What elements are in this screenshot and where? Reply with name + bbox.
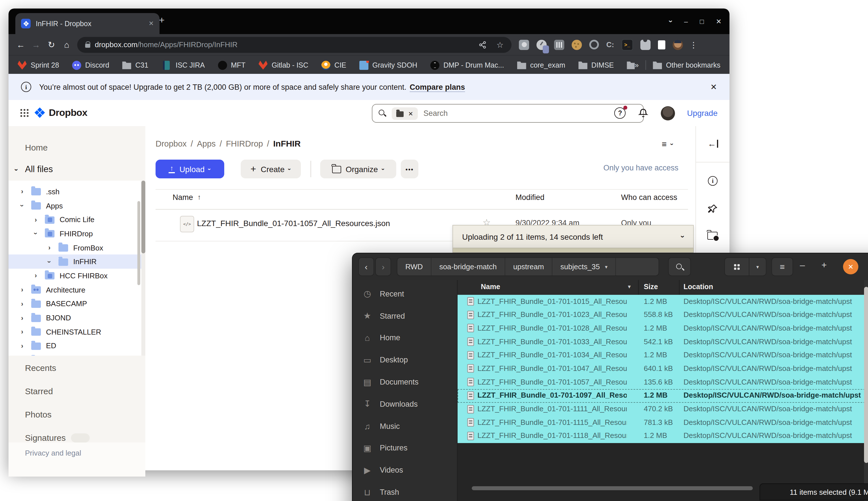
tree-scrollbar-thumb[interactable] — [137, 201, 140, 285]
bookmark-item[interactable]: Discord — [72, 61, 109, 70]
chevron-icon[interactable]: › — [31, 273, 40, 279]
close-button[interactable]: ✕ — [843, 259, 858, 274]
minimize-button[interactable]: – — [800, 260, 805, 270]
sidebar-place-item[interactable]: ▶ Videos — [352, 459, 457, 481]
close-button[interactable]: ✕ — [716, 17, 721, 25]
scrollbar-thumb[interactable] — [141, 181, 145, 253]
column-location[interactable]: Location — [684, 283, 713, 291]
file-row[interactable]: LZZT_FHIR_Bundle_01-701-1033_All_Resour.… — [458, 335, 868, 349]
view-mode-button[interactable]: ▾ — [724, 257, 767, 276]
path-segment-current[interactable]: subjects_35 ▾ — [552, 258, 616, 276]
sidebar-place-item[interactable]: ▣ Pictures — [352, 437, 457, 459]
bookmark-item[interactable]: C31 — [122, 61, 149, 70]
sidebar-place-item[interactable]: ↧ Downloads — [352, 393, 457, 415]
chevron-icon[interactable]: › — [31, 216, 40, 223]
menu-button[interactable]: ≡ — [771, 257, 793, 276]
sidebar-item-home[interactable]: Home — [25, 142, 48, 152]
column-size[interactable]: Size — [644, 283, 658, 291]
compare-plans-link[interactable]: Compare plans — [410, 83, 465, 91]
folder-activity-icon[interactable] — [707, 232, 718, 240]
breadcrumb-apps[interactable]: Apps — [197, 139, 216, 148]
sidebar-place-item[interactable]: ♫ Music — [352, 415, 457, 437]
bookmark-star-icon[interactable]: ☆ — [497, 40, 503, 49]
file-name[interactable]: LZZT_FHIR_Bundle_01-701-1057_All_Resourc… — [197, 219, 390, 228]
back-button[interactable]: ← — [13, 40, 29, 50]
file-row[interactable]: LZZT_FHIR_Bundle_01-701-1097_All_Resour.… — [458, 389, 868, 403]
bookmark-item[interactable]: CIE — [321, 61, 346, 70]
browser-menu-icon[interactable]: ⋮ — [690, 40, 697, 49]
share-icon[interactable] — [479, 41, 487, 49]
terminal-extension-icon[interactable]: >_ — [621, 39, 633, 50]
address-bar[interactable]: dropbox.com /home/Apps/FHIRDrop/InFHIR ☆ — [77, 36, 511, 53]
privacy-legal-link[interactable]: Privacy and legal — [25, 449, 81, 457]
bookmark-item[interactable]: DMP - Drum Mac... — [430, 61, 504, 70]
file-row[interactable]: LZZT_FHIR_Bundle_01-701-1028_All_Resour.… — [458, 322, 868, 335]
bookmarks-overflow-icon[interactable]: » — [635, 61, 639, 69]
sidebar-place-item[interactable]: ⌂ Home — [352, 327, 457, 349]
bookmark-item[interactable]: Sprint 28 — [18, 61, 59, 70]
collapse-panel-icon[interactable]: ← — [696, 137, 729, 150]
sort-ascending-icon[interactable]: ↑ — [197, 193, 201, 201]
file-row[interactable]: LZZT_FHIR_Bundle_01-701-1115_All_Resour.… — [458, 416, 868, 429]
minimize-button[interactable]: – — [684, 17, 688, 25]
forward-button[interactable]: › — [375, 257, 391, 276]
forward-button[interactable]: → — [29, 40, 44, 50]
chevron-icon[interactable]: › — [19, 201, 25, 210]
file-row[interactable]: LZZT_FHIR_Bundle_01-701-1118_All_Resour.… — [458, 429, 868, 443]
tree-folder-item[interactable]: › FromBox — [9, 241, 145, 255]
file-row[interactable]: LZZT_FHIR_Bundle_01-701-1034_All_Resour.… — [458, 349, 868, 362]
profile-avatar[interactable] — [672, 40, 683, 50]
other-bookmarks-button[interactable]: Other bookmarks — [653, 61, 720, 70]
tree-folder-item[interactable]: › InFHIR — [9, 255, 145, 269]
tree-folder-item[interactable]: › .ssh — [9, 185, 145, 199]
search-filter-chip[interactable]: ✕ — [392, 107, 418, 119]
bookmark-item[interactable]: core_exam — [517, 61, 565, 70]
upload-button[interactable]: ↑ Upload › — [155, 160, 224, 178]
create-button[interactable]: + Create › — [241, 160, 301, 178]
sidebar-place-item[interactable]: ★ Starred — [352, 305, 457, 327]
equalizer-extension-icon[interactable] — [554, 40, 564, 50]
c-extension-icon[interactable]: C: — [606, 40, 614, 50]
sidebar-item-recents[interactable]: Recents — [25, 363, 56, 373]
speedtest-extension-icon[interactable] — [536, 40, 547, 50]
tree-folder-item[interactable]: › — [9, 353, 145, 356]
tree-folder-item[interactable]: › BASECAMP — [9, 297, 145, 311]
bookmark-item[interactable]: DIMSE — [578, 61, 614, 70]
bookmark-item[interactable]: Gravity SDOH — [359, 61, 417, 70]
chevron-icon[interactable]: › — [18, 328, 27, 335]
maximize-button[interactable]: + — [822, 260, 827, 270]
upgrade-link[interactable]: Upgrade — [687, 108, 718, 118]
info-icon[interactable]: i — [708, 176, 718, 186]
horizontal-scrollbar-thumb[interactable] — [472, 486, 753, 490]
breadcrumb-dropbox[interactable]: Dropbox — [155, 139, 187, 148]
sidebar-item-all-files[interactable]: All files — [25, 164, 53, 174]
sidebar-item-photos[interactable]: Photos — [25, 409, 51, 419]
reader-extension-icon[interactable] — [658, 40, 665, 50]
maximize-button[interactable]: □ — [700, 17, 704, 25]
chevron-down-icon[interactable]: › — [679, 235, 687, 238]
search-input[interactable]: ✕ Search — [372, 104, 644, 123]
home-button[interactable]: ⌂ — [59, 40, 74, 50]
tab-close-icon[interactable]: ✕ — [149, 20, 154, 27]
tree-folder-item[interactable]: › HCC FHIRBox — [9, 269, 145, 283]
sidebar-place-item[interactable]: ▤ Documents — [352, 371, 457, 393]
file-row[interactable]: LZZT_FHIR_Bundle_01-701-1023_All_Resour.… — [458, 308, 868, 321]
dropbox-logo[interactable]: Dropbox — [36, 107, 87, 119]
view-toggle-button[interactable]: ≡ › — [662, 139, 673, 149]
tree-folder-item[interactable]: › FHIRDrop — [9, 227, 145, 241]
chevron-icon[interactable]: › — [32, 229, 39, 238]
reload-button[interactable]: ↻ — [44, 40, 59, 50]
new-tab-button[interactable]: + — [156, 15, 167, 26]
sidebar-place-item[interactable]: ▭ Desktop — [352, 349, 457, 371]
chevron-down-icon[interactable]: › — [12, 169, 20, 171]
back-button[interactable]: › — [358, 257, 374, 276]
chevron-icon[interactable]: › — [18, 300, 27, 307]
chevron-icon[interactable]: › — [45, 244, 54, 251]
screenshot-extension-icon[interactable] — [519, 40, 529, 50]
chevron-icon[interactable]: › — [18, 342, 27, 349]
file-row[interactable]: LZZT_FHIR_Bundle_01-701-1111_All_Resour.… — [458, 403, 868, 416]
more-actions-button[interactable]: ••• — [401, 160, 419, 178]
apps-grid-icon[interactable] — [20, 109, 29, 118]
notifications-bell-icon[interactable] — [638, 107, 649, 119]
chevron-icon[interactable]: › — [18, 315, 27, 321]
